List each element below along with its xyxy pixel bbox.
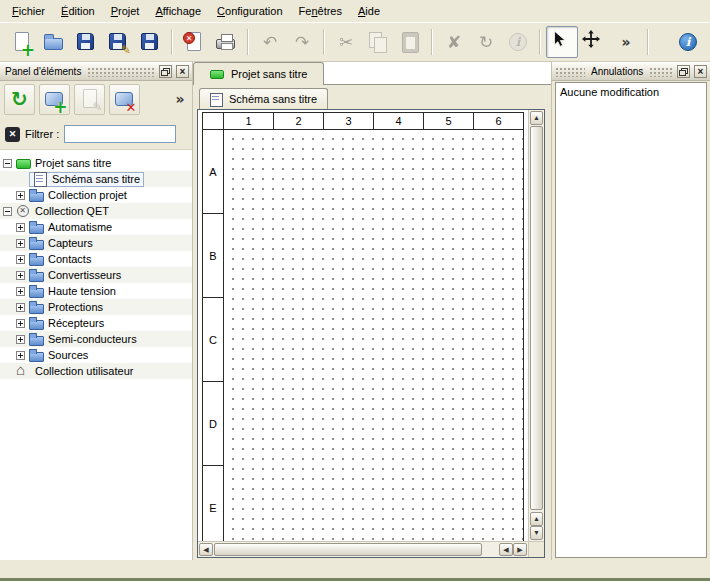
delete-element-button[interactable]: ✕ bbox=[109, 84, 140, 115]
new-document-button[interactable]: + bbox=[6, 26, 38, 58]
about-button[interactable]: i bbox=[672, 26, 704, 58]
elements-panel-header[interactable]: Panel d'éléments × bbox=[0, 62, 192, 81]
home-icon bbox=[16, 364, 31, 378]
paste-button[interactable] bbox=[394, 26, 426, 58]
diagram-grid[interactable] bbox=[224, 130, 524, 541]
element-infos-button[interactable]: i bbox=[502, 26, 534, 58]
undo-button[interactable]: ↶ bbox=[254, 26, 286, 58]
undo-panel-header[interactable]: Annulations × bbox=[552, 62, 710, 81]
copy-button[interactable] bbox=[362, 26, 394, 58]
dock-grip[interactable] bbox=[555, 67, 585, 77]
close-undo-panel-button[interactable]: × bbox=[694, 65, 707, 78]
cursor-icon bbox=[550, 30, 574, 54]
toolbar-overflow-button[interactable]: » bbox=[610, 26, 642, 58]
tree-item-collection-qet[interactable]: Collection QET bbox=[0, 203, 192, 219]
tree-item-content: Convertisseurs bbox=[29, 267, 124, 283]
tree-item-content: Capteurs bbox=[29, 235, 96, 251]
toolbar-separator bbox=[323, 29, 325, 55]
workspace: Projet sans titre Schéma sans titre 1234… bbox=[193, 62, 551, 560]
tree-item-capteurs[interactable]: Capteurs bbox=[0, 235, 192, 251]
save-button[interactable] bbox=[70, 26, 102, 58]
scroll-left-button[interactable]: ◀ bbox=[199, 543, 213, 556]
menu-configuration[interactable]: Configuration bbox=[209, 1, 290, 21]
edit-element-button[interactable]: ✎ bbox=[74, 84, 105, 115]
menu-aide[interactable]: Aide bbox=[350, 1, 388, 21]
tree-toggle-plus[interactable] bbox=[16, 223, 25, 232]
scroll-right-button[interactable]: ▶ bbox=[513, 543, 527, 556]
tree-item-contacts[interactable]: Contacts bbox=[0, 251, 192, 267]
project-tab-bar: Projet sans titre bbox=[193, 62, 551, 85]
dock-grip[interactable] bbox=[87, 67, 155, 77]
scroll-up-button-bottom[interactable]: ▲ bbox=[530, 512, 543, 526]
tree-item-collection-projet[interactable]: Collection projet bbox=[0, 187, 192, 203]
tree-item-automatisme[interactable]: Automatisme bbox=[0, 219, 192, 235]
float-elements-panel-button[interactable] bbox=[159, 65, 172, 78]
tree-item-content: Semi-conducteurs bbox=[29, 331, 140, 347]
scroll-left-button-right[interactable]: ◀ bbox=[499, 543, 513, 556]
float-icon bbox=[679, 68, 688, 76]
undo-history-list[interactable]: Aucune modification bbox=[555, 82, 707, 558]
tree-item-convertisseurs[interactable]: Convertisseurs bbox=[0, 267, 192, 283]
menu-affichage[interactable]: Affichage bbox=[147, 1, 209, 21]
tree-toggle-plus[interactable] bbox=[16, 319, 25, 328]
close-document-button[interactable]: ✕ bbox=[178, 26, 210, 58]
pan-mode-button[interactable] bbox=[578, 26, 610, 58]
tree-item-schema-sans-titre[interactable]: Schéma sans titre bbox=[0, 171, 192, 187]
reload-collections-button[interactable]: ↻ bbox=[4, 84, 35, 115]
print-button[interactable] bbox=[210, 26, 242, 58]
tree-toggle-minus[interactable] bbox=[3, 159, 12, 168]
menu-fichier[interactable]: Fichier bbox=[4, 1, 53, 21]
tree-item-collection-utilisateur[interactable]: Collection utilisateur bbox=[0, 363, 192, 379]
tree-toggle-plus[interactable] bbox=[16, 351, 25, 360]
open-document-button[interactable] bbox=[38, 26, 70, 58]
scroll-down-button[interactable]: ▼ bbox=[530, 526, 543, 540]
tree-toggle-plus[interactable] bbox=[16, 303, 25, 312]
tree-toggle-plus[interactable] bbox=[16, 335, 25, 344]
menu-edition[interactable]: Édition bbox=[53, 1, 103, 21]
redo-icon: ↷ bbox=[290, 30, 314, 54]
column-header-3: 3 bbox=[324, 112, 374, 130]
dock-grip[interactable] bbox=[649, 67, 673, 77]
save-as-button[interactable]: ✎ bbox=[102, 26, 134, 58]
clear-filter-icon[interactable]: ✕ bbox=[5, 127, 20, 142]
rotate-button[interactable]: ↻ bbox=[470, 26, 502, 58]
horizontal-scroll-thumb[interactable] bbox=[214, 543, 482, 556]
tree-item-haute-tension[interactable]: Haute tension bbox=[0, 283, 192, 299]
tree-item-protections[interactable]: Protections bbox=[0, 299, 192, 315]
cut-button[interactable]: ✂ bbox=[330, 26, 362, 58]
chevron-icon: » bbox=[168, 87, 192, 111]
tree-item-semi-conducteurs[interactable]: Semi-conducteurs bbox=[0, 331, 192, 347]
tree-toggle-plus[interactable] bbox=[16, 239, 25, 248]
tab-schema-sans-titre[interactable]: Schéma sans titre bbox=[199, 88, 328, 109]
elements-panel-toolbar: ↻+✎✕» bbox=[0, 81, 192, 117]
tree-item-label: Collection QET bbox=[35, 205, 109, 217]
tree-item-sources[interactable]: Sources bbox=[0, 347, 192, 363]
menu-projet[interactable]: Projet bbox=[103, 1, 148, 21]
save-all-button[interactable] bbox=[134, 26, 166, 58]
tree-item-recepteurs[interactable]: Récepteurs bbox=[0, 315, 192, 331]
tree-toggle-minus[interactable] bbox=[3, 207, 12, 216]
row-header-B: B bbox=[202, 214, 224, 298]
scroll-up-button[interactable]: ▲ bbox=[530, 111, 543, 125]
delete-button[interactable]: ✘ bbox=[438, 26, 470, 58]
tab-projet-sans-titre[interactable]: Projet sans titre bbox=[193, 62, 324, 85]
menu-fenetres[interactable]: Fenêtres bbox=[291, 1, 350, 21]
select-mode-button[interactable] bbox=[546, 26, 578, 58]
tree-item-projet-sans-titre[interactable]: Projet sans titre bbox=[0, 155, 192, 171]
diagram-sheet[interactable]: 123456 ABCDE bbox=[198, 110, 528, 541]
close-elements-panel-button[interactable]: × bbox=[176, 65, 189, 78]
tree-toggle-plus[interactable] bbox=[16, 287, 25, 296]
vertical-scroll-thumb[interactable] bbox=[530, 126, 543, 510]
vertical-scrollbar[interactable]: ▲ ▲ ▼ bbox=[528, 110, 544, 541]
project-tab-label: Projet sans titre bbox=[231, 68, 307, 80]
panel-overflow-button[interactable]: » bbox=[172, 84, 188, 115]
tree-toggle-plus[interactable] bbox=[16, 255, 25, 264]
float-undo-panel-button[interactable] bbox=[677, 65, 690, 78]
tree-toggle-plus[interactable] bbox=[16, 191, 25, 200]
tree-toggle-plus[interactable] bbox=[16, 271, 25, 280]
redo-button[interactable]: ↷ bbox=[286, 26, 318, 58]
horizontal-scrollbar[interactable]: ◀ ◀ ▶ bbox=[198, 541, 528, 557]
new-element-button[interactable]: + bbox=[39, 84, 70, 115]
filter-input[interactable] bbox=[64, 125, 176, 143]
diagram-view[interactable]: 123456 ABCDE ▲ ▲ ▼ ◀ ◀ ▶ bbox=[197, 109, 545, 558]
